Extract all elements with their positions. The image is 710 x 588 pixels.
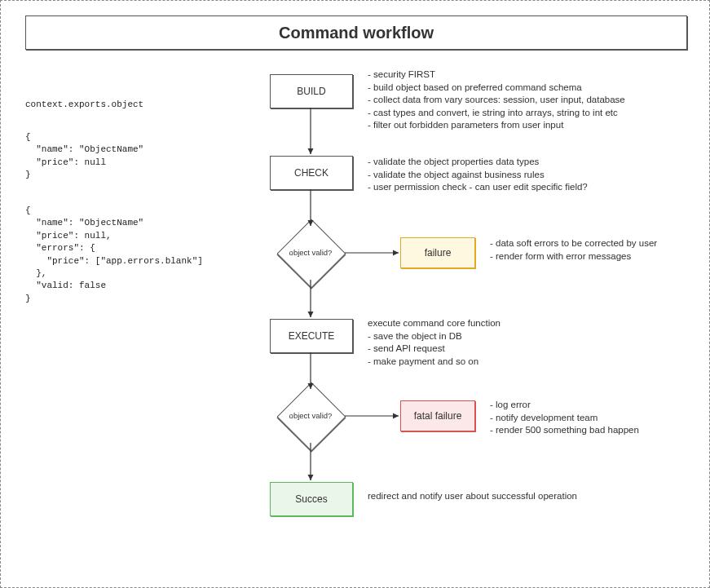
diagram-title: Command workflow (25, 15, 687, 50)
node-check: CHECK (270, 156, 353, 190)
node-fatal-failure: fatal failure (400, 400, 475, 431)
node-execute: EXECUTE (270, 319, 353, 353)
code-object-initial: { "name": "ObjectName" "price": null } (25, 131, 143, 182)
notes-check: - validate the object properties data ty… (368, 156, 677, 194)
decision-label-1: object valid? (278, 248, 343, 257)
code-object-with-errors: { "name": "ObjectName" "price": null, "e… (25, 205, 203, 305)
notes-success: redirect and notify user about successfu… (368, 490, 653, 503)
node-success: Succes (270, 482, 353, 516)
notes-fatal: - log error - notify development team - … (490, 399, 694, 437)
node-failure: failure (400, 237, 475, 268)
decision-label-2: object valid? (278, 411, 343, 420)
diagram-canvas: Command workflow context.exports.object … (0, 0, 710, 588)
node-build: BUILD (270, 74, 353, 108)
notes-build: - security FIRST - build object based on… (368, 69, 694, 132)
notes-execute: execute command core function - save the… (368, 317, 653, 368)
code-context-path: context.exports.object (25, 99, 143, 111)
notes-failure: - data soft errors to be corrected by us… (490, 237, 694, 263)
